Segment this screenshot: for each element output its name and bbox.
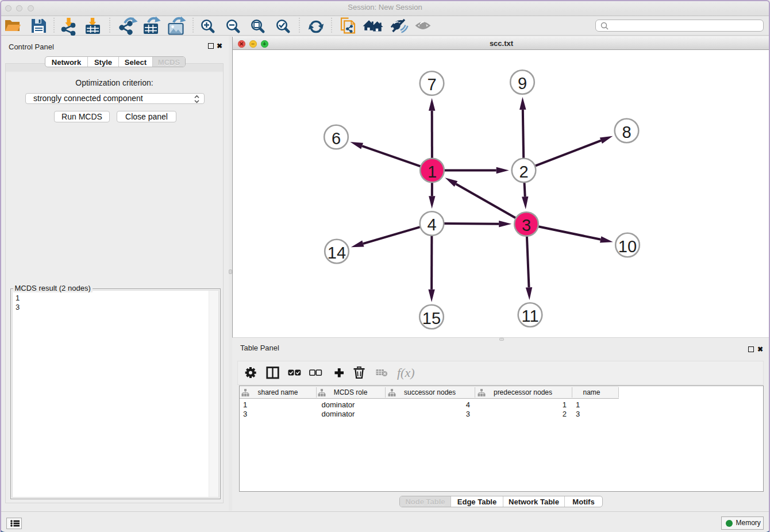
svg-text:15: 15 xyxy=(422,309,441,327)
svg-text:3: 3 xyxy=(522,216,531,234)
svg-text:9: 9 xyxy=(518,74,527,92)
svg-text:10: 10 xyxy=(618,237,637,256)
svg-text:8: 8 xyxy=(622,123,631,141)
svg-text:6: 6 xyxy=(332,129,341,148)
svg-text:f(x): f(x) xyxy=(397,365,415,380)
svg-text:4: 4 xyxy=(427,215,436,234)
svg-text:14: 14 xyxy=(328,244,346,262)
svg-text:7: 7 xyxy=(427,75,436,94)
svg-text:1: 1 xyxy=(428,163,437,181)
svg-text:11: 11 xyxy=(521,307,538,325)
svg-text:2: 2 xyxy=(519,163,528,181)
